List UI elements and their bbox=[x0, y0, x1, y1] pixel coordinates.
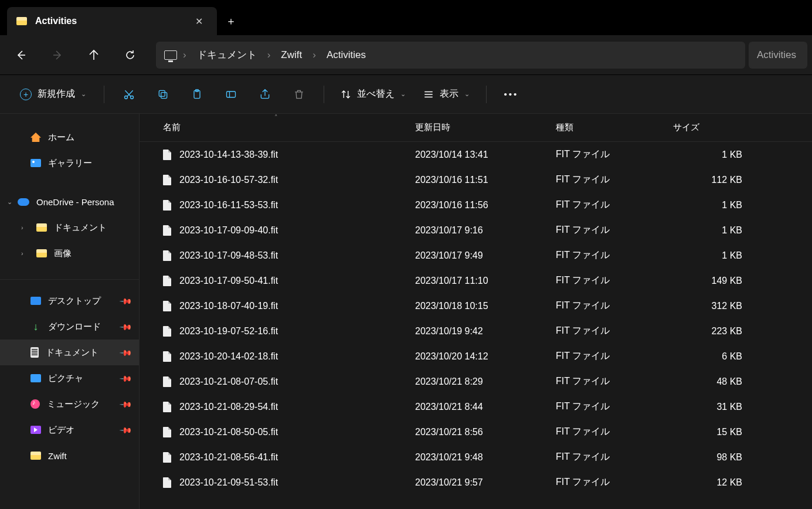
window-tab[interactable]: Activities ✕ bbox=[7, 7, 217, 35]
view-icon bbox=[423, 89, 434, 100]
file-icon bbox=[163, 175, 171, 185]
share-button[interactable] bbox=[250, 83, 280, 106]
separator bbox=[324, 86, 324, 103]
sidebar-item-zwift[interactable]: Zwift bbox=[0, 443, 139, 469]
file-date: 2023/10/16 11:56 bbox=[415, 200, 556, 211]
search-input[interactable]: Activities bbox=[749, 42, 807, 69]
breadcrumb[interactable]: › ドキュメント › Zwift › Activities bbox=[156, 42, 745, 69]
chevron-right-icon: › bbox=[310, 49, 318, 61]
file-icon bbox=[163, 225, 171, 236]
chevron-right-icon[interactable]: › bbox=[21, 250, 23, 257]
file-row[interactable]: 2023-10-21-08-29-54.fit2023/10/21 8:44FI… bbox=[140, 394, 812, 419]
file-row[interactable]: 2023-10-21-08-56-41.fit2023/10/21 9:48FI… bbox=[140, 444, 812, 470]
file-icon bbox=[163, 150, 171, 160]
file-size: 1 KB bbox=[673, 200, 749, 211]
file-icon bbox=[163, 376, 171, 387]
file-type: FIT ファイル bbox=[556, 300, 673, 312]
file-row[interactable]: 2023-10-17-09-48-53.fit2023/10/17 9:49FI… bbox=[140, 243, 812, 268]
ellipsis-icon: ••• bbox=[504, 89, 519, 99]
file-icon bbox=[163, 351, 171, 362]
file-size: 48 KB bbox=[673, 376, 749, 387]
rename-button[interactable] bbox=[216, 83, 246, 106]
sidebar-item-label: OneDrive - Persona bbox=[36, 197, 114, 207]
column-header-size[interactable]: サイズ bbox=[673, 122, 749, 133]
file-name: 2023-10-16-11-53-53.fit bbox=[179, 200, 278, 211]
new-button[interactable]: + 新規作成 ⌄ bbox=[12, 83, 94, 106]
column-headers: ˄ 名前 更新日時 種類 サイズ bbox=[140, 114, 812, 142]
file-size: 6 KB bbox=[673, 351, 749, 362]
chevron-down-icon: ⌄ bbox=[81, 90, 86, 98]
file-type: FIT ファイル bbox=[556, 224, 673, 236]
delete-button[interactable] bbox=[284, 83, 314, 106]
file-size: 1 KB bbox=[673, 225, 749, 236]
sidebar-item-home[interactable]: ホーム bbox=[0, 124, 139, 150]
file-date: 2023/10/20 14:12 bbox=[415, 351, 556, 362]
chevron-down-icon[interactable]: ⌄ bbox=[7, 198, 12, 206]
column-header-name[interactable]: ˄ 名前 bbox=[163, 122, 415, 133]
breadcrumb-item[interactable]: Activities bbox=[322, 47, 371, 63]
breadcrumb-item[interactable]: Zwift bbox=[276, 47, 307, 63]
sidebar-item-label: Zwift bbox=[48, 451, 67, 461]
sidebar-item-onedrive-pictures[interactable]: › 画像 bbox=[0, 240, 139, 266]
file-row[interactable]: 2023-10-14-13-38-39.fit2023/10/14 13:41F… bbox=[140, 142, 812, 167]
plus-circle-icon: + bbox=[20, 89, 32, 100]
svg-rect-3 bbox=[159, 90, 165, 96]
sidebar-item-label: ピクチャ bbox=[48, 373, 83, 384]
sidebar-item-music[interactable]: ミュージック 📌 bbox=[0, 391, 139, 417]
file-name: 2023-10-21-08-50-05.fit bbox=[179, 427, 278, 437]
titlebar: Activities ✕ ＋ bbox=[0, 0, 812, 35]
sort-button[interactable]: 並べ替え ⌄ bbox=[334, 83, 413, 106]
file-icon bbox=[163, 200, 171, 211]
sidebar-item-label: ホーム bbox=[48, 132, 74, 143]
file-row[interactable]: 2023-10-20-14-02-18.fit2023/10/20 14:12F… bbox=[140, 344, 812, 369]
file-row[interactable]: 2023-10-17-09-09-40.fit2023/10/17 9:16FI… bbox=[140, 218, 812, 243]
file-row[interactable]: 2023-10-16-11-53-53.fit2023/10/16 11:56F… bbox=[140, 192, 812, 218]
more-button[interactable]: ••• bbox=[496, 83, 526, 106]
chevron-right-icon[interactable]: › bbox=[21, 224, 23, 231]
file-row[interactable]: 2023-10-21-08-07-05.fit2023/10/21 8:29FI… bbox=[140, 369, 812, 394]
file-name: 2023-10-21-08-56-41.fit bbox=[179, 452, 278, 463]
file-size: 1 KB bbox=[673, 250, 749, 261]
cut-button[interactable] bbox=[114, 83, 144, 106]
sidebar-item-gallery[interactable]: ギャラリー bbox=[0, 150, 139, 176]
refresh-button[interactable] bbox=[114, 43, 147, 67]
view-label: 表示 bbox=[440, 88, 458, 100]
file-row[interactable]: 2023-10-16-10-57-32.fit2023/10/16 11:51F… bbox=[140, 167, 812, 192]
file-row[interactable]: 2023-10-19-07-52-16.fit2023/10/19 9:42FI… bbox=[140, 318, 812, 344]
pin-icon: 📌 bbox=[119, 423, 132, 436]
sidebar-item-pictures[interactable]: ピクチャ 📌 bbox=[0, 365, 139, 391]
paste-button[interactable] bbox=[182, 83, 212, 106]
breadcrumb-item[interactable]: ドキュメント bbox=[192, 46, 261, 64]
back-button[interactable] bbox=[5, 43, 38, 67]
file-date: 2023/10/17 9:49 bbox=[415, 250, 556, 261]
forward-button[interactable] bbox=[41, 43, 74, 67]
toolbar: + 新規作成 ⌄ 並べ替え ⌄ 表示 ⌄ ••• bbox=[0, 75, 812, 114]
sidebar-item-documents[interactable]: ドキュメント 📌 bbox=[0, 340, 139, 365]
file-row[interactable]: 2023-10-17-09-50-41.fit2023/10/17 11:10F… bbox=[140, 268, 812, 293]
file-size: 98 KB bbox=[673, 452, 749, 463]
sidebar-item-label: ドキュメント bbox=[46, 347, 98, 358]
sidebar-item-desktop[interactable]: デスクトップ 📌 bbox=[0, 288, 139, 314]
trash-icon bbox=[293, 89, 305, 100]
view-button[interactable]: 表示 ⌄ bbox=[416, 83, 477, 106]
new-tab-button[interactable]: ＋ bbox=[217, 7, 245, 35]
sidebar-item-onedrive[interactable]: ⌄ OneDrive - Persona bbox=[0, 189, 139, 215]
sidebar-item-label: ダウンロード bbox=[48, 321, 101, 332]
file-name: 2023-10-20-14-02-18.fit bbox=[179, 351, 278, 362]
arrow-left-icon bbox=[15, 49, 27, 61]
sidebar-item-downloads[interactable]: ↓ ダウンロード 📌 bbox=[0, 314, 139, 340]
file-type: FIT ファイル bbox=[556, 249, 673, 262]
close-icon[interactable]: ✕ bbox=[191, 13, 208, 29]
file-row[interactable]: 2023-10-18-07-40-19.fit2023/10/18 10:15F… bbox=[140, 293, 812, 318]
file-icon bbox=[163, 250, 171, 261]
sidebar-item-video[interactable]: ビデオ 📌 bbox=[0, 417, 139, 443]
sort-label: 並べ替え bbox=[357, 88, 395, 100]
file-row[interactable]: 2023-10-21-08-50-05.fit2023/10/21 8:56FI… bbox=[140, 419, 812, 444]
up-button[interactable] bbox=[77, 43, 110, 67]
file-row[interactable]: 2023-10-21-09-51-53.fit2023/10/21 9:57FI… bbox=[140, 470, 812, 495]
sidebar-item-onedrive-documents[interactable]: › ドキュメント bbox=[0, 215, 139, 240]
column-header-type[interactable]: 種類 bbox=[556, 122, 673, 133]
copy-button[interactable] bbox=[148, 83, 178, 106]
column-header-date[interactable]: 更新日時 bbox=[415, 122, 556, 133]
file-date: 2023/10/14 13:41 bbox=[415, 150, 556, 160]
